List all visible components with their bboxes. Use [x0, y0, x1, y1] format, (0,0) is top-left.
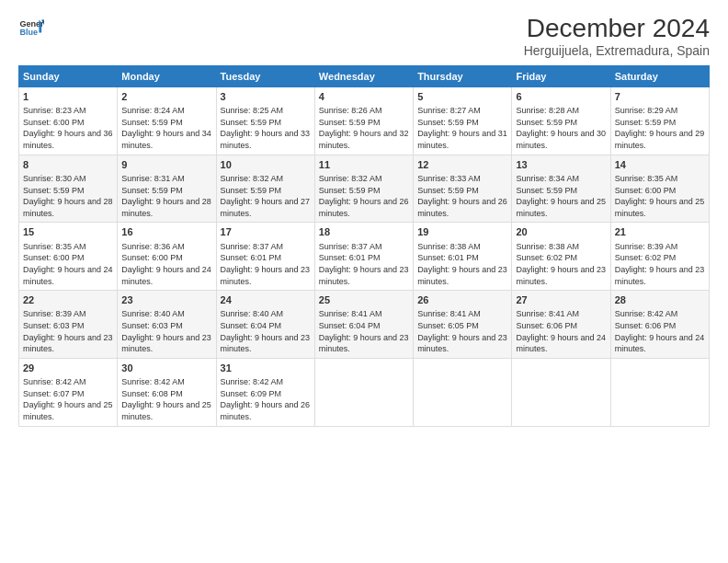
- cell-content: 18Sunrise: 8:37 AMSunset: 6:01 PMDayligh…: [319, 225, 409, 287]
- sunset: Sunset: 5:59 PM: [221, 185, 311, 197]
- col-friday: Friday: [512, 65, 610, 86]
- cell-content: 29Sunrise: 8:42 AMSunset: 6:07 PMDayligh…: [23, 362, 113, 423]
- sunset: Sunset: 6:08 PM: [121, 388, 211, 400]
- calendar-cell: 23Sunrise: 8:40 AMSunset: 6:03 PMDayligh…: [118, 291, 216, 359]
- cell-content: 15Sunrise: 8:35 AMSunset: 6:00 PMDayligh…: [23, 225, 113, 287]
- calendar-cell: 13Sunrise: 8:34 AMSunset: 5:59 PMDayligh…: [512, 155, 610, 223]
- calendar-cell: 4Sunrise: 8:26 AMSunset: 5:59 PMDaylight…: [314, 86, 413, 155]
- sunrise: Sunrise: 8:29 AM: [615, 105, 705, 117]
- day-number: 18: [319, 225, 409, 239]
- daylight: Daylight: 9 hours and 23 minutes.: [615, 264, 705, 287]
- sunset: Sunset: 6:00 PM: [23, 117, 113, 129]
- day-number: 23: [121, 293, 211, 307]
- day-number: 31: [221, 362, 311, 375]
- sunset: Sunset: 6:00 PM: [615, 185, 705, 197]
- calendar-row-1: 8Sunrise: 8:30 AMSunset: 5:59 PMDaylight…: [19, 155, 710, 223]
- calendar-cell: 3Sunrise: 8:25 AMSunset: 5:59 PMDaylight…: [216, 86, 314, 155]
- cell-content: 25Sunrise: 8:41 AMSunset: 6:04 PMDayligh…: [319, 293, 409, 355]
- day-number: 5: [417, 90, 507, 104]
- daylight: Daylight: 9 hours and 33 minutes.: [221, 128, 311, 151]
- sunrise: Sunrise: 8:36 AM: [121, 241, 211, 253]
- calendar-row-2: 15Sunrise: 8:35 AMSunset: 6:00 PMDayligh…: [19, 223, 710, 291]
- cell-content: 1Sunrise: 8:23 AMSunset: 6:00 PMDaylight…: [23, 90, 113, 152]
- sunset: Sunset: 5:59 PM: [319, 117, 409, 129]
- cell-content: 24Sunrise: 8:40 AMSunset: 6:04 PMDayligh…: [221, 293, 311, 355]
- sunset: Sunset: 5:59 PM: [417, 117, 507, 129]
- cell-content: 26Sunrise: 8:41 AMSunset: 6:05 PMDayligh…: [417, 293, 507, 355]
- sunrise: Sunrise: 8:37 AM: [221, 241, 311, 253]
- day-number: 25: [319, 293, 409, 307]
- sunrise: Sunrise: 8:33 AM: [417, 173, 507, 185]
- daylight: Daylight: 9 hours and 25 minutes.: [121, 399, 211, 422]
- calendar-cell: 17Sunrise: 8:37 AMSunset: 6:01 PMDayligh…: [216, 223, 314, 291]
- daylight: Daylight: 9 hours and 27 minutes.: [221, 196, 311, 219]
- calendar-cell: 26Sunrise: 8:41 AMSunset: 6:05 PMDayligh…: [414, 291, 512, 359]
- daylight: Daylight: 9 hours and 26 minutes.: [319, 196, 409, 219]
- subtitle: Herguijuela, Extremadura, Spain: [524, 43, 710, 58]
- sunset: Sunset: 6:01 PM: [221, 252, 311, 264]
- cell-content: 30Sunrise: 8:42 AMSunset: 6:08 PMDayligh…: [121, 362, 211, 423]
- sunrise: Sunrise: 8:38 AM: [417, 241, 507, 253]
- sunset: Sunset: 6:00 PM: [121, 252, 211, 264]
- sunrise: Sunrise: 8:30 AM: [23, 173, 113, 185]
- daylight: Daylight: 9 hours and 34 minutes.: [121, 128, 211, 151]
- sunset: Sunset: 5:59 PM: [516, 117, 606, 129]
- cell-content: 28Sunrise: 8:42 AMSunset: 6:06 PMDayligh…: [615, 293, 705, 355]
- sunrise: Sunrise: 8:40 AM: [121, 308, 211, 320]
- daylight: Daylight: 9 hours and 28 minutes.: [23, 196, 113, 219]
- cell-content: 27Sunrise: 8:41 AMSunset: 6:06 PMDayligh…: [516, 293, 606, 355]
- daylight: Daylight: 9 hours and 23 minutes.: [23, 332, 113, 355]
- daylight: Daylight: 9 hours and 24 minutes.: [121, 264, 211, 287]
- sunrise: Sunrise: 8:42 AM: [615, 308, 705, 320]
- sunrise: Sunrise: 8:42 AM: [121, 376, 211, 388]
- col-monday: Monday: [118, 65, 216, 86]
- cell-content: 11Sunrise: 8:32 AMSunset: 5:59 PMDayligh…: [319, 158, 409, 220]
- day-number: 13: [516, 158, 606, 172]
- logo-icon: General Blue: [18, 15, 44, 40]
- title-block: December 2024 Herguijuela, Extremadura, …: [524, 15, 710, 58]
- day-number: 16: [121, 225, 211, 239]
- page: General Blue December 2024 Herguijuela, …: [0, 0, 728, 563]
- calendar-cell: 24Sunrise: 8:40 AMSunset: 6:04 PMDayligh…: [216, 291, 314, 359]
- sunrise: Sunrise: 8:32 AM: [319, 173, 409, 185]
- sunset: Sunset: 6:03 PM: [121, 320, 211, 332]
- cell-content: 21Sunrise: 8:39 AMSunset: 6:02 PMDayligh…: [615, 225, 705, 287]
- sunset: Sunset: 5:59 PM: [121, 185, 211, 197]
- daylight: Daylight: 9 hours and 26 minutes.: [417, 196, 507, 219]
- daylight: Daylight: 9 hours and 26 minutes.: [221, 399, 311, 422]
- calendar-table: Sunday Monday Tuesday Wednesday Thursday…: [18, 65, 710, 427]
- calendar-cell: 11Sunrise: 8:32 AMSunset: 5:59 PMDayligh…: [314, 155, 413, 223]
- calendar-cell: [314, 358, 413, 426]
- calendar-cell: 1Sunrise: 8:23 AMSunset: 6:00 PMDaylight…: [19, 86, 118, 155]
- sunset: Sunset: 6:02 PM: [615, 252, 705, 264]
- day-number: 11: [319, 158, 409, 172]
- sunset: Sunset: 6:06 PM: [615, 320, 705, 332]
- sunrise: Sunrise: 8:31 AM: [121, 173, 211, 185]
- cell-content: 20Sunrise: 8:38 AMSunset: 6:02 PMDayligh…: [516, 225, 606, 287]
- day-number: 17: [221, 225, 311, 239]
- day-number: 20: [516, 225, 606, 239]
- cell-content: 10Sunrise: 8:32 AMSunset: 5:59 PMDayligh…: [221, 158, 311, 220]
- calendar-cell: 8Sunrise: 8:30 AMSunset: 5:59 PMDaylight…: [19, 155, 118, 223]
- sunset: Sunset: 6:05 PM: [417, 320, 507, 332]
- cell-content: 19Sunrise: 8:38 AMSunset: 6:01 PMDayligh…: [417, 225, 507, 287]
- calendar-cell: 22Sunrise: 8:39 AMSunset: 6:03 PMDayligh…: [19, 291, 118, 359]
- calendar-cell: 20Sunrise: 8:38 AMSunset: 6:02 PMDayligh…: [512, 223, 610, 291]
- day-number: 9: [121, 158, 211, 172]
- day-number: 4: [319, 90, 409, 104]
- calendar-cell: 6Sunrise: 8:28 AMSunset: 5:59 PMDaylight…: [512, 86, 610, 155]
- cell-content: 5Sunrise: 8:27 AMSunset: 5:59 PMDaylight…: [417, 90, 507, 152]
- day-number: 15: [23, 225, 113, 239]
- day-number: 24: [221, 293, 311, 307]
- sunset: Sunset: 5:59 PM: [121, 117, 211, 129]
- sunrise: Sunrise: 8:41 AM: [417, 308, 507, 320]
- calendar-cell: 28Sunrise: 8:42 AMSunset: 6:06 PMDayligh…: [610, 291, 709, 359]
- calendar-cell: 15Sunrise: 8:35 AMSunset: 6:00 PMDayligh…: [19, 223, 118, 291]
- daylight: Daylight: 9 hours and 23 minutes.: [221, 264, 311, 287]
- logo: General Blue: [18, 15, 44, 40]
- calendar-cell: 9Sunrise: 8:31 AMSunset: 5:59 PMDaylight…: [118, 155, 216, 223]
- cell-content: 8Sunrise: 8:30 AMSunset: 5:59 PMDaylight…: [23, 158, 113, 220]
- day-number: 7: [615, 90, 705, 104]
- daylight: Daylight: 9 hours and 24 minutes.: [615, 332, 705, 355]
- calendar-cell: 30Sunrise: 8:42 AMSunset: 6:08 PMDayligh…: [118, 358, 216, 426]
